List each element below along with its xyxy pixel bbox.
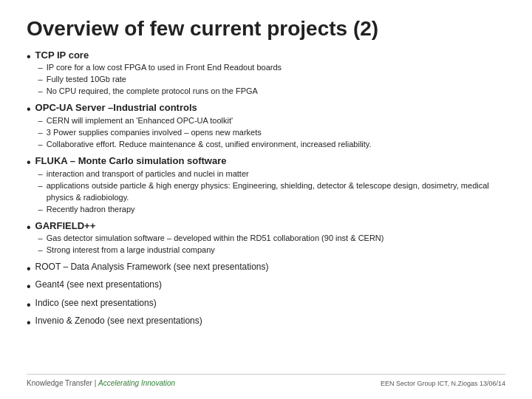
fluka-sub-text-1: interaction and transport of particles a… [47,168,249,180]
tcp-sub-3: – No CPU required, the complete protocol… [38,86,505,98]
slide-title: Overview of few current projects (2) [27,16,505,41]
bottom-bullet-1: • ROOT – Data Analysis Framework (see ne… [27,261,505,277]
bottom-dot-1: • [27,260,31,277]
bottom-bullet-2: • Geant4 (see next presentations) [27,279,505,295]
footer: Knowledge Transfer | Accelerating Innova… [27,374,505,387]
section-fluka: • FLUKA – Monte Carlo simulation softwar… [27,154,505,216]
garfield-sub-2: – Strong interest from a large industria… [38,245,505,256]
garfield-sub-text-1: Gas detector simulation software – devel… [47,233,384,245]
bullet-dot-4: • [27,219,31,236]
section-opcua: • OPC-UA Server –Industrial controls – C… [27,101,505,151]
section-fluka-heading: FLUKA – Monte Carlo simulation software [35,154,505,168]
opcua-sub-text-1: CERN will implement an 'Enhanced OPC-UA … [47,115,233,127]
opcua-sub-text-2: 3 Power supplies companies involved – op… [47,127,262,139]
bottom-text-3: Indico (see next presentations) [35,297,157,310]
bottom-dot-2: • [27,278,31,295]
tcp-sub-2: – Fully tested 10Gb rate [38,74,505,86]
bullet-dot-2: • [27,100,31,117]
footer-static: Knowledge Transfer | [27,379,98,387]
footer-left: Knowledge Transfer | Accelerating Innova… [27,379,175,387]
tcp-sub-text-1: IP core for a low cost FPGA to used in F… [47,62,282,74]
fluka-sub-3: – Recently hadron therapy [38,204,505,216]
bottom-bullets: • ROOT – Data Analysis Framework (see ne… [27,261,505,331]
fluka-sub-text-3: Recently hadron therapy [47,204,135,216]
section-tcp-heading: TCP IP core [35,49,505,63]
section-garfield-content: GARFIELD++ – Gas detector simulation sof… [35,219,505,257]
fluka-sub-text-2: applications outside particle & high ene… [47,180,505,204]
opcua-sub-text-3: Collaborative effort. Reduce maintenance… [47,139,372,151]
tcp-sub-text-3: No CPU required, the complete protocol r… [47,86,258,98]
section-garfield-heading: GARFIELD++ [35,219,505,233]
tcp-sub-1: – IP core for a low cost FPGA to used in… [38,62,505,74]
content-area: • TCP IP core – IP core for a low cost F… [27,49,505,369]
opcua-sub-3: – Collaborative effort. Reduce maintenan… [38,139,505,151]
bottom-text-4: Invenio & Zenodo (see next presentations… [35,315,202,327]
footer-right: EEN Sector Group ICT, N.Ziogas 13/06/14 [381,380,505,387]
bottom-dot-3: • [27,296,31,313]
tcp-sub-text-2: Fully tested 10Gb rate [47,74,126,86]
fluka-sub-2: – applications outside particle & high e… [38,180,505,204]
fluka-sub-1: – interaction and transport of particles… [38,168,505,180]
section-tcp: • TCP IP core – IP core for a low cost F… [27,49,505,98]
garfield-sub-text-2: Strong interest from a large industrial … [47,245,215,256]
section-garfield: • GARFIELD++ – Gas detector simulation s… [27,219,505,257]
bottom-text-2: Geant4 (see next presentations) [35,279,162,291]
section-fluka-content: FLUKA – Monte Carlo simulation software … [35,154,505,216]
section-opcua-content: OPC-UA Server –Industrial controls – CER… [35,101,505,151]
bottom-dot-4: • [27,314,31,331]
bottom-bullet-3: • Indico (see next presentations) [27,297,505,313]
opcua-sub-2: – 3 Power supplies companies involved – … [38,127,505,139]
section-tcp-content: TCP IP core – IP core for a low cost FPG… [35,49,505,98]
footer-italic: Accelerating Innovation [98,379,175,387]
bottom-bullet-4: • Invenio & Zenodo (see next presentatio… [27,315,505,331]
section-opcua-heading: OPC-UA Server –Industrial controls [35,101,505,115]
garfield-sub-1: – Gas detector simulation software – dev… [38,233,505,245]
opcua-sub-1: – CERN will implement an 'Enhanced OPC-U… [38,115,505,127]
bullet-dot-3: • [27,154,31,171]
bullet-dot-1: • [27,48,31,65]
bottom-text-1: ROOT – Data Analysis Framework (see next… [35,261,269,273]
slide: Overview of few current projects (2) • T… [0,0,532,399]
